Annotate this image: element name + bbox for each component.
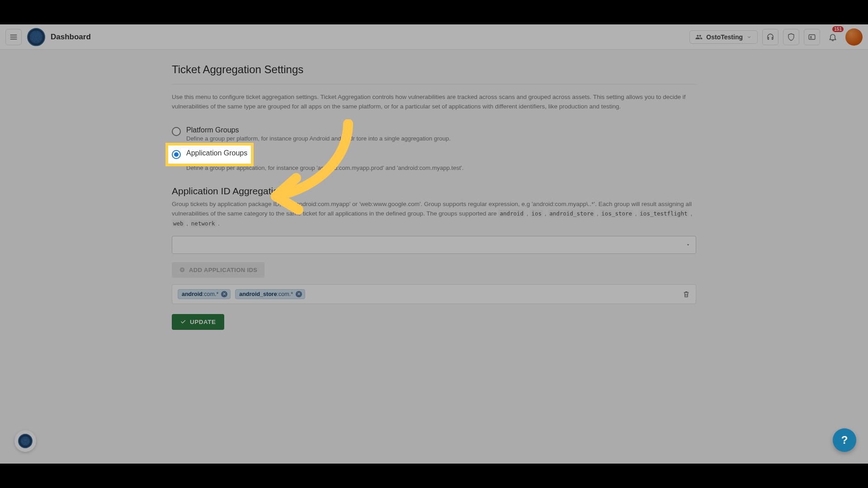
headset-icon <box>766 33 774 41</box>
radio-application-groups[interactable]: Application Groups <box>172 149 247 159</box>
radio-icon-checked[interactable] <box>172 150 181 159</box>
notifications-button[interactable]: 151 <box>825 29 841 45</box>
bell-icon <box>828 33 837 42</box>
app-logo <box>27 28 45 46</box>
radio-label: Application Groups <box>186 149 247 157</box>
radio-sublabel: Define a group per application, for inst… <box>186 164 696 171</box>
notification-badge: 151 <box>832 26 844 32</box>
delete-row-button[interactable] <box>682 290 690 298</box>
highlighted-option: Application Groups <box>168 145 251 164</box>
radio-icon[interactable] <box>172 127 181 136</box>
hamburger-icon <box>9 33 18 41</box>
radio-platform-groups[interactable]: Platform Groups Define a group per platf… <box>172 123 696 145</box>
top-bar: Dashboard OstoTesting 151 <box>0 24 868 50</box>
chip-android[interactable]: android:com.* ✕ <box>178 289 231 299</box>
help-button[interactable]: ? <box>833 428 856 452</box>
add-application-ids-button[interactable]: ADD APPLICATION IDS <box>172 262 264 278</box>
plus-circle-icon <box>179 267 185 273</box>
subsection-title: Application ID Aggregation <box>172 186 696 197</box>
floating-logo[interactable] <box>14 430 36 452</box>
user-avatar[interactable] <box>845 28 863 46</box>
subsection-description: Group tickets by application package ID,… <box>172 199 696 229</box>
application-id-select[interactable] <box>172 236 696 254</box>
section-title: Ticket Aggregation Settings <box>172 63 696 84</box>
headset-button[interactable] <box>762 29 778 45</box>
shield-button[interactable] <box>783 29 799 45</box>
trash-icon <box>682 290 690 298</box>
caret-down-icon <box>686 243 690 247</box>
radio-sublabel: Define a group per platform, for instanc… <box>186 135 451 142</box>
chevron-down-icon <box>746 34 752 40</box>
svg-point-1 <box>810 36 811 37</box>
group-icon <box>695 33 703 41</box>
shield-icon <box>787 33 795 41</box>
menu-button[interactable] <box>5 29 22 45</box>
application-id-row: android:com.* ✕ android_store:com.* ✕ <box>172 284 696 304</box>
svg-rect-0 <box>809 34 815 39</box>
check-icon <box>180 319 186 325</box>
update-button[interactable]: UPDATE <box>172 314 224 330</box>
id-card-icon <box>808 33 816 41</box>
question-icon: ? <box>841 434 848 446</box>
section-description: Use this menu to configure ticket aggreg… <box>172 93 696 112</box>
chip-android-store[interactable]: android_store:com.* ✕ <box>235 289 305 299</box>
page-title: Dashboard <box>51 33 91 42</box>
radio-label: Platform Groups <box>186 126 451 134</box>
org-name: OstoTesting <box>706 33 743 41</box>
org-switcher[interactable]: OstoTesting <box>689 30 758 44</box>
main-content: Ticket Aggregation Settings Use this men… <box>163 50 705 343</box>
chip-remove-icon[interactable]: ✕ <box>296 291 302 297</box>
chip-remove-icon[interactable]: ✕ <box>221 291 227 297</box>
id-card-button[interactable] <box>804 29 820 45</box>
